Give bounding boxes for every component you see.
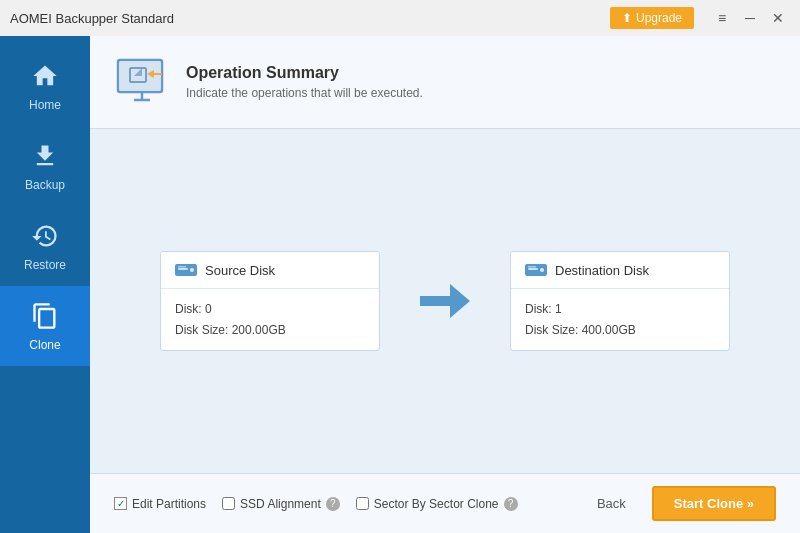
back-button[interactable]: Back xyxy=(581,486,642,521)
app-title: AOMEI Backupper Standard xyxy=(10,11,602,26)
footer-buttons: Back Start Clone » xyxy=(581,486,776,521)
dest-disk-body: Disk: 1 Disk Size: 400.00GB xyxy=(511,289,729,350)
source-disk-title: Source Disk xyxy=(205,263,275,278)
edit-partitions-option[interactable]: ✓ Edit Partitions xyxy=(114,497,206,511)
start-clone-button[interactable]: Start Clone » xyxy=(652,486,776,521)
dest-disk-title: Destination Disk xyxy=(555,263,649,278)
arrow-container xyxy=(420,284,470,318)
dest-disk-header: Destination Disk xyxy=(511,252,729,289)
content-main: Source Disk Disk: 0 Disk Size: 200.00GB xyxy=(90,129,800,473)
operation-summary-icon xyxy=(114,54,170,110)
sidebar-item-clone-label: Clone xyxy=(29,338,60,352)
sector-by-sector-option[interactable]: Sector By Sector Clone ? xyxy=(356,497,518,511)
svg-rect-8 xyxy=(178,268,188,270)
header-title: Operation Summary xyxy=(186,64,423,82)
content-footer: ✓ Edit Partitions SSD Alignment ? Sector… xyxy=(90,473,800,533)
content-area: Operation Summary Indicate the operation… xyxy=(90,36,800,533)
sidebar-item-backup-label: Backup xyxy=(25,178,65,192)
dest-disk-icon xyxy=(525,262,547,278)
sector-by-sector-checkbox[interactable] xyxy=(356,497,369,510)
sidebar-item-home[interactable]: Home xyxy=(0,46,90,126)
footer-options: ✓ Edit Partitions SSD Alignment ? Sector… xyxy=(114,497,561,511)
header-text: Operation Summary Indicate the operation… xyxy=(186,64,423,100)
sector-by-sector-help-icon[interactable]: ? xyxy=(504,497,518,511)
source-disk-card: Source Disk Disk: 0 Disk Size: 200.00GB xyxy=(160,251,380,351)
sector-by-sector-label: Sector By Sector Clone xyxy=(374,497,499,511)
source-disk-size: Disk Size: 200.00GB xyxy=(175,320,365,340)
window-controls: ≡ ─ ✕ xyxy=(710,6,790,30)
upgrade-button[interactable]: ⬆ Upgrade xyxy=(610,7,694,29)
upgrade-icon: ⬆ xyxy=(622,11,632,25)
dest-disk-num: Disk: 1 xyxy=(525,299,715,319)
svg-rect-9 xyxy=(178,266,186,268)
ssd-alignment-option[interactable]: SSD Alignment ? xyxy=(222,497,340,511)
app-body: Home Backup Restore xyxy=(0,36,800,533)
dest-disk-card: Destination Disk Disk: 1 Disk Size: 400.… xyxy=(510,251,730,351)
ssd-alignment-help-icon[interactable]: ? xyxy=(326,497,340,511)
titlebar: AOMEI Backupper Standard ⬆ Upgrade ≡ ─ ✕ xyxy=(0,0,800,36)
clone-icon xyxy=(29,300,61,332)
sidebar-item-restore[interactable]: Restore xyxy=(0,206,90,286)
edit-partitions-check-icon: ✓ xyxy=(114,497,127,510)
content-header: Operation Summary Indicate the operation… xyxy=(90,36,800,129)
backup-icon xyxy=(29,140,61,172)
source-disk-body: Disk: 0 Disk Size: 200.00GB xyxy=(161,289,379,350)
dest-disk-size: Disk Size: 400.00GB xyxy=(525,320,715,340)
ssd-alignment-checkbox[interactable] xyxy=(222,497,235,510)
svg-rect-12 xyxy=(528,268,538,270)
edit-partitions-label: Edit Partitions xyxy=(132,497,206,511)
restore-icon xyxy=(29,220,61,252)
close-button[interactable]: ✕ xyxy=(766,6,790,30)
minimize-button[interactable]: ─ xyxy=(738,6,762,30)
sidebar: Home Backup Restore xyxy=(0,36,90,533)
sidebar-item-home-label: Home xyxy=(29,98,61,112)
sidebar-item-restore-label: Restore xyxy=(24,258,66,272)
home-icon xyxy=(29,60,61,92)
header-subtitle: Indicate the operations that will be exe… xyxy=(186,86,423,100)
source-disk-num: Disk: 0 xyxy=(175,299,365,319)
ssd-alignment-label: SSD Alignment xyxy=(240,497,321,511)
source-disk-icon xyxy=(175,262,197,278)
svg-point-11 xyxy=(540,268,544,272)
svg-rect-13 xyxy=(528,266,536,268)
sidebar-item-backup[interactable]: Backup xyxy=(0,126,90,206)
svg-point-7 xyxy=(190,268,194,272)
menu-button[interactable]: ≡ xyxy=(710,6,734,30)
sidebar-item-clone[interactable]: Clone xyxy=(0,286,90,366)
source-disk-header: Source Disk xyxy=(161,252,379,289)
arrow-right-icon xyxy=(420,284,470,318)
